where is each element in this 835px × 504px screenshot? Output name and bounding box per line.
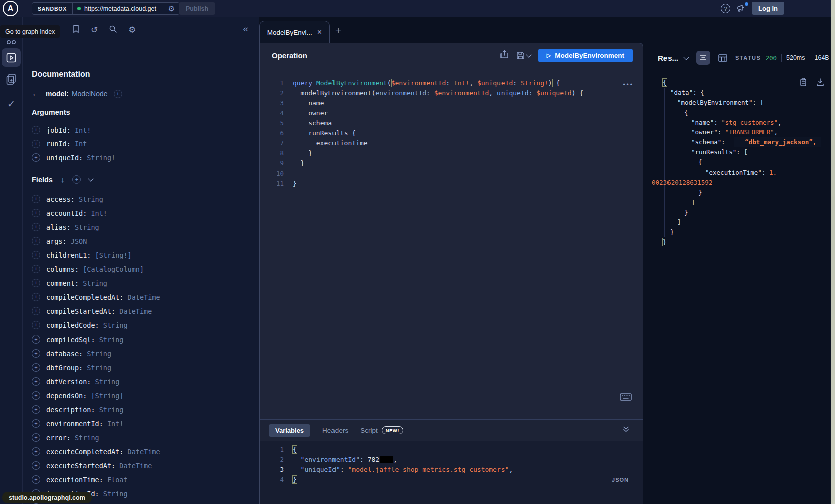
response-json-tree[interactable]: {"data": {"modelByEnvironment": [{"name"… — [650, 78, 831, 504]
code-line[interactable]: 9} — [260, 158, 643, 169]
code-line[interactable]: 1query ModelByEnvironment($environmentId… — [260, 78, 643, 88]
field-row[interactable]: dbtGroup: String — [32, 361, 251, 375]
collapse-variables-icon[interactable] — [622, 426, 630, 435]
add-to-query-icon[interactable] — [32, 265, 40, 273]
field-row[interactable]: error: String — [32, 431, 251, 445]
add-to-query-icon[interactable] — [32, 307, 40, 315]
checks-nav-item[interactable]: ✓ — [0, 98, 22, 110]
chevron-down-icon[interactable] — [88, 176, 94, 181]
field-row[interactable]: access: String — [32, 192, 251, 206]
field-row[interactable]: dependsOn: [String] — [32, 389, 251, 403]
add-to-query-icon[interactable] — [32, 433, 40, 442]
publish-button[interactable]: Publish — [179, 2, 215, 15]
explorer-nav-item[interactable] — [2, 48, 21, 67]
field-row[interactable]: description: String — [32, 403, 251, 417]
code-line[interactable]: 2"environmentId": 782, — [260, 455, 643, 465]
add-to-query-icon[interactable] — [32, 279, 40, 287]
code-line[interactable]: 8} — [260, 148, 643, 158]
announcements-megaphone-icon[interactable] — [736, 3, 748, 14]
operation-tab-label[interactable]: ModelByEnvi... — [267, 29, 312, 36]
add-to-query-icon[interactable] — [32, 335, 40, 344]
add-to-query-icon[interactable] — [32, 419, 40, 428]
code-line[interactable]: 11} — [260, 179, 643, 189]
variables-editor[interactable]: 1{2"environmentId": 782,3"uniqueId": "mo… — [260, 441, 643, 504]
field-row[interactable]: executeStartedAt: DateTime — [32, 459, 251, 473]
add-to-query-icon[interactable] — [32, 237, 40, 245]
tab-variables[interactable]: Variables — [269, 424, 310, 437]
field-row[interactable]: compiledCode: String — [32, 318, 251, 332]
share-icon[interactable] — [500, 50, 509, 61]
code-line[interactable]: 3"uniqueId": "model.jaffle_shop_metrics.… — [260, 465, 643, 475]
operation-tab[interactable]: ModelByEnvi... × — [259, 21, 330, 43]
breadcrumb-type-link[interactable]: ModelNode — [72, 90, 108, 98]
table-view-button[interactable] — [718, 54, 727, 62]
keyboard-shortcuts-icon[interactable] — [620, 393, 632, 403]
bookmark-icon[interactable] — [72, 25, 80, 35]
add-all-fields-button[interactable] — [72, 175, 81, 184]
endpoint-url[interactable]: https://metadata.cloud.get — [84, 5, 164, 12]
help-icon[interactable]: ? — [721, 4, 730, 13]
code-line[interactable]: 4owner — [260, 108, 643, 118]
search-icon[interactable] — [109, 25, 117, 35]
code-line[interactable]: 7executionTime — [260, 138, 643, 148]
field-row[interactable]: dbtVersion: String — [32, 375, 251, 389]
add-to-query-icon[interactable] — [32, 447, 40, 456]
code-line[interactable]: 5schema — [260, 118, 643, 128]
add-field-button[interactable] — [114, 90, 122, 98]
add-to-query-icon[interactable] — [32, 405, 40, 414]
code-line[interactable]: 1{ — [260, 445, 643, 455]
field-row[interactable]: compileCompletedAt: DateTime — [32, 290, 251, 304]
field-row[interactable]: args: JSON — [32, 234, 251, 248]
tab-script[interactable]: Script NEW! — [360, 426, 403, 434]
code-line[interactable]: 10 — [260, 169, 643, 179]
add-to-query-icon[interactable] — [32, 251, 40, 259]
new-tab-button[interactable]: + — [335, 24, 341, 36]
save-chevron-icon[interactable] — [526, 52, 531, 57]
add-to-query-icon[interactable] — [32, 126, 40, 134]
code-line[interactable]: 3name — [260, 98, 643, 108]
add-to-query-icon[interactable] — [32, 209, 40, 217]
run-operation-button[interactable]: ▷ ModelByEnvironment — [538, 49, 633, 62]
field-row[interactable]: compiledSql: String — [32, 332, 251, 347]
field-row[interactable]: accountId: Int! — [32, 206, 251, 220]
add-to-query-icon[interactable] — [32, 391, 40, 400]
collapse-panel-icon[interactable]: « — [243, 24, 248, 33]
endpoint-url-input[interactable]: https://metadata.cloud.get ⚙ — [73, 3, 179, 14]
code-line[interactable]: 2modelByEnvironment(environmentId: $envi… — [260, 88, 643, 98]
field-row[interactable]: executeCompletedAt: DateTime — [32, 445, 251, 459]
add-to-query-icon[interactable] — [32, 293, 40, 301]
field-row[interactable]: alias: String — [32, 220, 251, 234]
add-to-query-icon[interactable] — [32, 223, 40, 231]
connection-settings-gear-icon[interactable]: ⚙ — [168, 5, 175, 12]
add-to-query-icon[interactable] — [32, 377, 40, 386]
graph-index-icon[interactable] — [0, 39, 22, 46]
settings-gear-icon[interactable]: ⚙ — [128, 25, 136, 35]
tab-headers[interactable]: Headers — [322, 427, 348, 434]
argument-row[interactable]: runId: Int — [32, 137, 251, 151]
field-row[interactable]: comment: String — [32, 276, 251, 290]
apollo-logo-icon[interactable]: A — [3, 1, 18, 16]
save-operation-button[interactable] — [516, 51, 531, 60]
field-row[interactable]: columns: [CatalogColumn] — [32, 262, 251, 276]
add-to-query-icon[interactable] — [32, 321, 40, 329]
add-to-query-icon[interactable] — [32, 461, 40, 470]
field-row[interactable]: childrenL1: [String!] — [32, 248, 251, 262]
field-row[interactable]: compileStartedAt: DateTime — [32, 304, 251, 318]
history-icon[interactable]: ↺ — [91, 25, 98, 35]
add-to-query-icon[interactable] — [32, 140, 40, 148]
add-to-query-icon[interactable] — [32, 153, 40, 162]
field-row[interactable]: database: String — [32, 347, 251, 361]
add-to-query-icon[interactable] — [32, 349, 40, 358]
field-row[interactable]: executionTime: Float — [32, 473, 251, 487]
sort-icon[interactable]: ↓ — [61, 175, 65, 184]
login-button[interactable]: Log in — [752, 2, 784, 15]
response-chevron-icon[interactable] — [683, 54, 689, 60]
tree-view-button[interactable] — [696, 51, 710, 65]
code-line[interactable]: 4} — [260, 475, 643, 485]
query-editor[interactable]: 1query ModelByEnvironment($environmentId… — [260, 67, 643, 420]
add-to-query-icon[interactable] — [32, 475, 40, 484]
argument-row[interactable]: uniqueId: String! — [32, 151, 251, 165]
add-to-query-icon[interactable] — [32, 195, 40, 203]
close-tab-icon[interactable]: × — [317, 28, 322, 36]
add-to-query-icon[interactable] — [32, 363, 40, 372]
